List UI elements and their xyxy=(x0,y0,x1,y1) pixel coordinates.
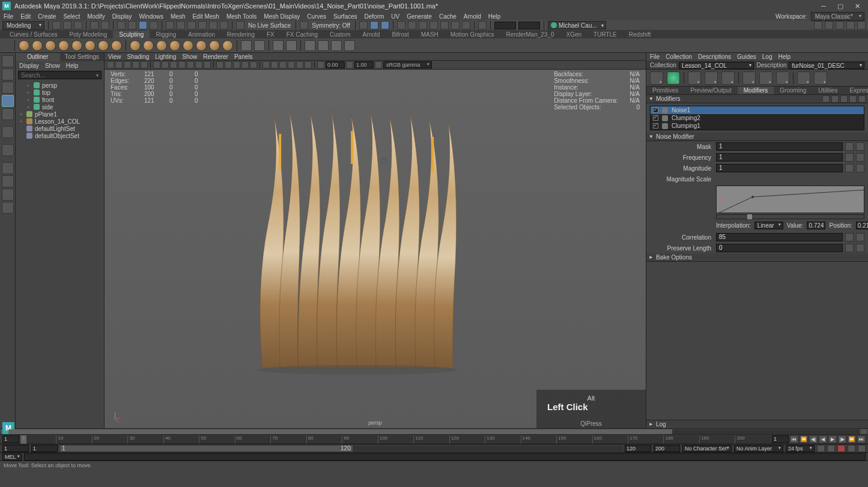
xg-xuv-icon[interactable] xyxy=(759,71,772,85)
menu-mesh-display[interactable]: Mesh Display xyxy=(264,13,300,20)
sculpt-tool-5[interactable] xyxy=(71,40,82,51)
mod-delete-icon[interactable] xyxy=(858,95,866,103)
vp-ao-icon[interactable] xyxy=(288,61,295,68)
curve-position-slider[interactable] xyxy=(716,214,864,219)
toggle-line-icon[interactable] xyxy=(825,21,833,29)
menu-modify[interactable]: Modify xyxy=(87,13,105,20)
script-lang-dropdown[interactable]: MEL xyxy=(2,453,22,461)
section-bake-options[interactable]: ▼Bake Options xyxy=(646,253,868,262)
menu-generate[interactable]: Generate xyxy=(407,13,432,20)
magnitude-slider-icon[interactable] xyxy=(856,164,864,172)
range-out-field[interactable]: 120 xyxy=(625,445,651,452)
panel-layout-icon[interactable] xyxy=(478,21,487,29)
lasso-tool[interactable] xyxy=(2,68,14,80)
vp-exposure-icon[interactable] xyxy=(317,61,324,68)
vp-gamma-field[interactable]: 1.00 xyxy=(354,61,374,68)
outliner-item-side[interactable]: +side xyxy=(16,103,104,110)
vp-gate-mask-icon[interactable] xyxy=(178,61,186,68)
move-tool[interactable] xyxy=(2,82,14,94)
xgen-menu-log[interactable]: Log xyxy=(762,53,772,60)
vp-motion-blur-icon[interactable] xyxy=(296,61,303,68)
xg-refresh-preview-icon[interactable] xyxy=(667,71,680,85)
render-pause-icon[interactable] xyxy=(462,21,470,29)
sculpt-opt-6[interactable] xyxy=(318,40,329,51)
section-modifiers[interactable]: ▼Modifiers xyxy=(646,95,868,103)
xgen-tab-primitives[interactable]: Primitives xyxy=(646,86,684,94)
module-dropdown[interactable]: Modeling xyxy=(2,21,44,30)
toggle-cmd-icon[interactable] xyxy=(836,21,844,29)
xg-add-guide-icon[interactable] xyxy=(688,71,701,85)
vp-aa-icon[interactable] xyxy=(305,61,312,68)
mod-load-icon[interactable] xyxy=(849,95,857,103)
position-field[interactable]: 0.218 xyxy=(856,222,868,229)
vp-xray-joints-icon[interactable] xyxy=(271,61,278,68)
layout-four[interactable] xyxy=(2,175,14,187)
xgen-tab-grooming[interactable]: Grooming xyxy=(774,86,812,94)
snap-curve-icon[interactable] xyxy=(177,21,185,29)
outliner-item-pplane1[interactable]: +pPlane1 xyxy=(16,110,104,118)
shelf-tab-motion-graphics[interactable]: Motion Graphics xyxy=(445,31,500,38)
shelf-tab-xgen[interactable]: XGen xyxy=(560,31,588,38)
shelf-tab-curves-surfaces[interactable]: Curves / Surfaces xyxy=(4,31,63,38)
magnitude-expr-icon[interactable] xyxy=(845,164,854,172)
shelf-tab-arnold[interactable]: Arnold xyxy=(356,31,386,38)
render-icon[interactable] xyxy=(397,21,405,29)
scale-tool[interactable] xyxy=(2,108,14,120)
account-dropdown[interactable]: Michael Cau... xyxy=(548,21,606,29)
outliner-menu-show[interactable]: Show xyxy=(45,62,60,69)
xgen-tab-preview-output[interactable]: Preview/Output xyxy=(684,86,737,94)
layout-outliner[interactable] xyxy=(2,202,14,214)
xgen-tab-modifiers[interactable]: Modifiers xyxy=(738,86,774,94)
shelf-tab-fx[interactable]: FX xyxy=(261,31,281,38)
sidebar-toggle-3[interactable] xyxy=(381,21,389,29)
hscroll-right[interactable] xyxy=(861,429,867,434)
vp-isolate-icon[interactable] xyxy=(250,61,257,68)
sculpt-tool-3[interactable] xyxy=(45,40,56,51)
outliner-item-defaultlightset[interactable]: defaultLightSet xyxy=(16,125,104,132)
vp-smooth-icon[interactable] xyxy=(225,61,232,68)
menu-mesh[interactable]: Mesh xyxy=(171,13,185,20)
vp-image-plane-icon[interactable] xyxy=(124,61,131,68)
magnitude-scale-curve[interactable]: R T xyxy=(716,186,864,213)
range-slider[interactable]: 1120 xyxy=(60,446,622,452)
sculpt-tool-13[interactable] xyxy=(183,40,193,51)
vp-res-gate-icon[interactable] xyxy=(170,61,177,68)
shelf-tab-mash[interactable]: MASH xyxy=(415,31,445,38)
hypershade-icon[interactable] xyxy=(440,21,449,29)
vp-safe-title-icon[interactable] xyxy=(204,61,211,68)
toggle-range-icon[interactable] xyxy=(846,21,855,29)
prev-key-button[interactable]: ◀| xyxy=(809,435,818,443)
frequency-field[interactable]: 1 xyxy=(716,153,843,162)
sculpt-tool-10[interactable] xyxy=(143,40,154,51)
menu-uv[interactable]: UV xyxy=(391,13,399,20)
layout-custom[interactable] xyxy=(2,189,14,201)
mask-expr-icon[interactable] xyxy=(845,142,854,151)
sculpt-tool-7[interactable] xyxy=(98,40,109,51)
menu-select[interactable]: Select xyxy=(63,13,80,20)
xgen-tab-utilities[interactable]: Utilities xyxy=(812,86,843,94)
snap-plane-icon[interactable] xyxy=(198,21,207,29)
vp-2d-pan-icon[interactable] xyxy=(132,61,139,68)
correlation-field[interactable]: 85 xyxy=(716,233,843,241)
shelf-tab-poly-modeling[interactable]: Poly Modeling xyxy=(63,31,113,38)
preserve-length-slider-icon[interactable] xyxy=(856,244,864,252)
outliner-menu-help[interactable]: Help xyxy=(66,62,79,69)
prefs-icon[interactable] xyxy=(858,445,866,452)
xgen-log-bar[interactable]: ▼Log xyxy=(646,420,868,428)
menu-arnold[interactable]: Arnold xyxy=(464,13,481,20)
paint-select-icon[interactable] xyxy=(139,21,147,29)
vp-menu-show[interactable]: Show xyxy=(182,53,197,60)
shelf-tab-sculpting[interactable]: Sculpting xyxy=(113,31,150,38)
xgen-menu-descriptions[interactable]: Descriptions xyxy=(698,53,731,60)
outliner-search[interactable] xyxy=(18,71,102,79)
range-in-field[interactable]: 1 xyxy=(31,445,58,452)
sculpt-tool-16[interactable] xyxy=(222,40,233,51)
symmetry-icon[interactable] xyxy=(300,21,308,29)
xgen-menu-file[interactable]: File xyxy=(650,53,660,60)
tweak-icon[interactable] xyxy=(150,21,158,29)
xgen-menu-guides[interactable]: Guides xyxy=(737,53,756,60)
snap-live-icon[interactable] xyxy=(209,21,217,29)
sculpt-tool-4[interactable] xyxy=(58,40,69,51)
vp-gamma-icon[interactable] xyxy=(346,61,353,68)
shelf-tab-animation[interactable]: Animation xyxy=(182,31,220,38)
